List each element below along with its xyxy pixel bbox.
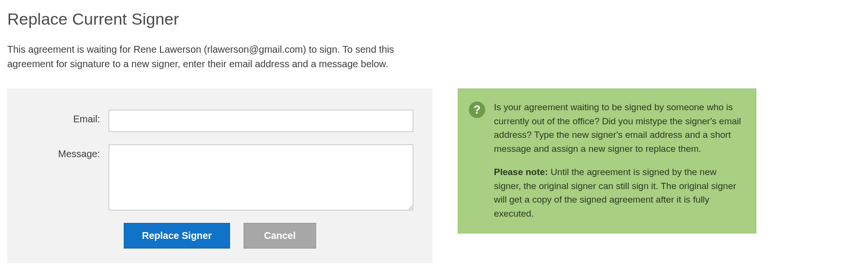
message-label: Message:: [27, 145, 109, 160]
email-input[interactable]: [109, 110, 413, 132]
email-row: Email:: [27, 110, 413, 132]
cancel-button[interactable]: Cancel: [244, 223, 316, 249]
message-input[interactable]: [109, 145, 413, 210]
page-title: Replace Current Signer: [7, 10, 861, 29]
page-description: This agreement is waiting for Rene Lawer…: [7, 42, 442, 71]
replace-signer-form: Email: Message: Replace Signer Cancel: [7, 88, 433, 263]
help-icon: ?: [469, 102, 485, 118]
help-panel: ? Is your agreement waiting to be signed…: [458, 88, 756, 234]
message-row: Message:: [27, 145, 413, 210]
help-paragraph-1: Is your agreement waiting to be signed b…: [494, 101, 745, 156]
button-row: Replace Signer Cancel: [27, 223, 413, 249]
help-note-label: Please note:: [494, 167, 548, 177]
email-label: Email:: [27, 110, 109, 125]
help-paragraph-2: Please note: Until the agreement is sign…: [494, 165, 745, 220]
main-content: Email: Message: Replace Signer Cancel ? …: [7, 88, 861, 263]
replace-signer-button[interactable]: Replace Signer: [124, 223, 230, 249]
help-text: Is your agreement waiting to be signed b…: [494, 101, 745, 220]
